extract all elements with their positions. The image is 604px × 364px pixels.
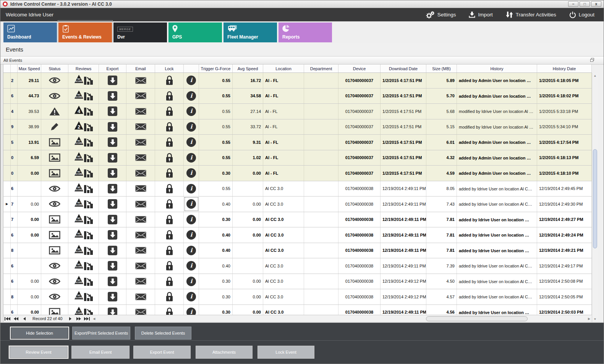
previous-page-button[interactable] [12,316,20,322]
reviews-score-icon[interactable]: NOSCORE [68,227,99,243]
table-row[interactable]: 6NOSCOREi0.40Al CC 3.001704000003812/19/… [3,258,592,274]
export-icon[interactable] [99,181,126,196]
tab-reports[interactable]: Reports [279,23,332,42]
lock-icon[interactable] [155,104,184,119]
lock-icon[interactable] [155,258,184,274]
table-row[interactable]: ▶70.00NOSCOREi0.400.00Al CC 3.0017040000… [3,196,592,212]
table-row[interactable]: 6NOSCOREi0.55Al CC 3.001704000003812/19/… [3,181,592,197]
hscroll-left-icon[interactable]: ◀ [91,317,97,321]
review-event-button[interactable]: Review Event [9,346,68,359]
menu-item-import[interactable]: Import [469,11,492,18]
export-event-button[interactable]: Export Event [133,346,191,359]
tab-dvr[interactable]: MERGEDvr [113,23,167,42]
column-header-history[interactable]: History [457,64,537,72]
column-header-export[interactable]: Export [99,64,126,72]
info-icon[interactable]: i [184,89,199,104]
maximize-button[interactable]: □ [580,1,590,7]
menu-item-settings[interactable]: Settings [426,11,456,19]
export-print-selected-events-button[interactable]: Export/Print Selected Events [72,327,130,340]
export-icon[interactable] [99,243,126,258]
reviews-score-icon[interactable]: NOSCORE [68,243,99,258]
email-icon[interactable] [126,181,155,196]
tab-fleet-manager[interactable]: Fleet Manager [223,23,277,42]
last-record-button[interactable] [83,316,91,322]
column-header-max-speed[interactable]: Max Speed [18,64,41,72]
tab-dashboard[interactable]: Dashboard [3,23,57,42]
reviews-score-icon[interactable]: NOSCORE [68,73,99,88]
export-icon[interactable] [99,258,126,274]
column-header-trigger-g-force[interactable]: Trigger G-Force [199,64,233,72]
export-icon[interactable] [99,289,126,304]
lock-icon[interactable] [155,135,184,150]
export-icon[interactable] [99,196,126,212]
attachments-button[interactable]: Attachments [196,346,253,359]
export-icon[interactable] [99,274,126,289]
table-row[interactable]: 644.73NOSCOREi0.5534.58Al - FL0170400000… [3,89,592,104]
export-icon[interactable] [99,227,126,243]
export-icon[interactable] [99,73,126,88]
email-icon[interactable] [126,212,155,227]
reviews-score-icon[interactable]: NOSCORE [68,135,99,150]
column-header-status[interactable]: Status [41,64,68,72]
info-icon[interactable]: i [184,196,199,212]
reviews-score-icon[interactable]: NOSCORE [68,89,99,104]
column-header-location[interactable]: Location [263,64,304,72]
email-icon[interactable] [126,243,155,258]
email-icon[interactable] [126,135,155,150]
vertical-scrollbar[interactable]: ▲ ▼ [592,73,598,322]
reviews-score-icon[interactable]: NOSCORE [68,212,99,227]
email-icon[interactable] [126,289,155,304]
table-row[interactable]: 513.91NOSCOREi0.559.31Al - FL01704000003… [3,135,592,150]
table-row[interactable]: 70.00NOSCOREi0.300.00Al CC 3.00170400000… [3,212,592,228]
email-icon[interactable] [126,258,155,274]
lock-icon[interactable] [155,196,184,212]
export-icon[interactable] [99,135,126,150]
info-icon[interactable]: i [184,181,199,196]
tab-gps[interactable]: GPS [168,23,222,42]
email-event-button[interactable]: Email Event [71,346,130,359]
reviews-score-icon[interactable]: NOSCORE [68,258,99,274]
column-header-download-date[interactable]: Download Date [381,64,426,72]
lock-icon[interactable] [155,243,184,258]
previous-record-button[interactable] [20,316,29,322]
info-icon[interactable]: i [184,274,199,289]
table-row[interactable]: 229.11NOSCOREi0.5516.72Al - FL0170400000… [3,73,592,89]
email-icon[interactable] [126,150,155,166]
first-record-button[interactable] [3,316,12,322]
table-row[interactable]: 439.534i0.5527.14Al - FL0170400000371/2/… [3,104,592,119]
email-icon[interactable] [126,104,155,119]
table-row[interactable]: 06.59NOSCOREi0.551.02Al - FL017040000037… [3,150,592,166]
lock-icon[interactable] [155,73,184,88]
table-row[interactable]: 60.00NOSCOREi0.400.00Al CC 3.00170400000… [3,227,592,243]
column-header-department[interactable]: Department [304,64,338,72]
info-icon[interactable]: i [184,150,199,166]
info-icon[interactable]: i [184,135,199,150]
lock-event-button[interactable]: Lock Event [257,346,314,359]
close-button[interactable]: x [591,1,601,7]
info-icon[interactable]: i [184,119,199,135]
delete-selected-events-button[interactable]: Delete Selected Events [135,327,191,340]
lock-icon[interactable] [155,150,184,166]
column-header-reviews[interactable]: Reviews [68,64,99,72]
table-row[interactable]: 80.00NOSCOREi0.300.00Al CC 3.00170400000… [3,289,592,305]
email-icon[interactable] [126,119,155,135]
reviews-score-icon[interactable]: NOSCORE [68,166,99,181]
hscroll-right-icon[interactable]: ▶ [586,317,592,321]
column-header-lock[interactable]: Lock [155,64,184,72]
reviews-score-icon[interactable]: NOSCORE [68,181,99,196]
reviews-score-icon[interactable]: NOSCORE [68,150,99,166]
column-header-avg-speed[interactable]: Avg Speed [233,64,263,72]
info-icon[interactable]: i [184,212,199,227]
menu-item-logout[interactable]: Logout [569,11,594,18]
minimize-button[interactable]: – [568,1,578,7]
email-icon[interactable] [126,166,155,181]
export-icon[interactable] [99,166,126,181]
table-row[interactable]: 60.00NOSCOREi0.300.00Al CC 3.00170400000… [3,305,592,315]
float-panel-icon[interactable] [590,58,594,63]
lock-icon[interactable] [155,212,184,227]
column-header-blank[interactable] [3,64,11,72]
table-row[interactable]: 00.00NOSCOREi0.300.00Al - FL017040000037… [3,166,592,181]
lock-icon[interactable] [155,181,184,196]
reviews-score-icon[interactable]: 2 [68,119,99,135]
info-icon[interactable]: i [184,104,199,119]
